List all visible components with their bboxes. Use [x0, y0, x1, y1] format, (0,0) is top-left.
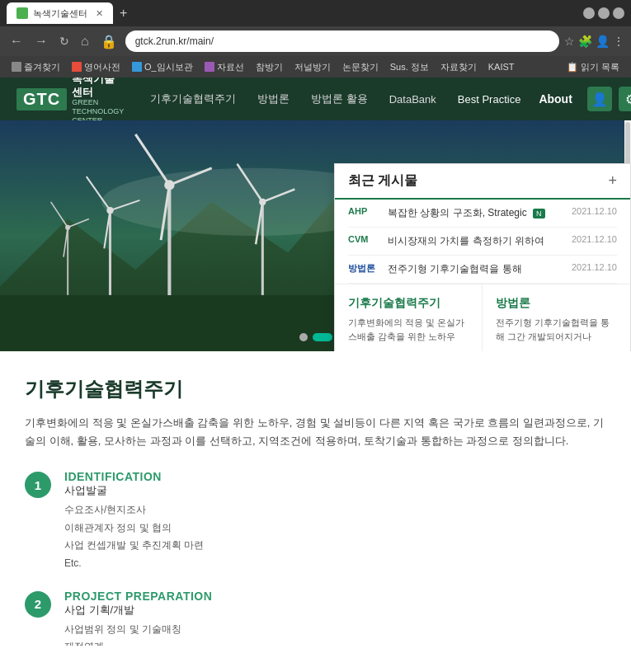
- bookmark-star-icon[interactable]: ☆: [564, 35, 575, 48]
- hero-dot-0[interactable]: [299, 333, 308, 341]
- address-input[interactable]: [125, 31, 559, 52]
- bookmark-item-7[interactable]: Sus. 정보: [385, 59, 434, 75]
- bookmark-item-9[interactable]: KAIST: [483, 60, 520, 73]
- logo-gtc-text: GTC: [16, 88, 67, 110]
- bookmark-item-6[interactable]: 논문찾기: [337, 59, 384, 75]
- bookmark-item-4[interactable]: 참방기: [251, 59, 288, 75]
- main-content: 기후기술협력주기 기후변화에의 적응 및 온실가스배출 감축을 위한 노하우, …: [0, 351, 631, 646]
- logo-name: 녹색기술센터 GREEN TECHNOLOGY CENTER: [72, 78, 124, 125]
- step-1-subtitle: 사업발굴: [64, 483, 606, 498]
- popup-text-1: 비시장재의 가치를 측정하기 위하여: [388, 234, 565, 248]
- bookmark-favicon: [205, 62, 214, 72]
- bookmark-favicon: [12, 62, 21, 72]
- popup-add-button[interactable]: +: [608, 172, 617, 190]
- address-bar-icons: ☆ 🧩 👤 ⋮: [564, 35, 624, 48]
- popup-tag-1: CVM: [348, 234, 381, 244]
- back-button[interactable]: ←: [7, 32, 26, 50]
- section-title: 기후기술협력주기: [25, 376, 606, 402]
- hero-carousel-dots: [299, 333, 332, 341]
- popup-date-1: 2021.12.10: [572, 234, 617, 244]
- home-button[interactable]: ⌂: [78, 32, 92, 50]
- bookmarks-bar: 즐겨찾기 영어사전 O_임시보관 자료선 참방기 저널방기 논문찾기 Sus. …: [0, 56, 631, 78]
- bookmark-favicon: [132, 62, 142, 72]
- reading-list-item[interactable]: 📋 읽기 목록: [562, 59, 624, 75]
- site-logo[interactable]: GTC 녹색기술센터 GREEN TECHNOLOGY CENTER: [16, 78, 124, 125]
- bookmark-item-5[interactable]: 저널방기: [290, 59, 336, 75]
- website: GTC 녹색기술센터 GREEN TECHNOLOGY CENTER 기후기술협…: [0, 78, 631, 646]
- bookmark-label: O_임시보관: [144, 61, 193, 73]
- minimize-button[interactable]: [583, 7, 595, 19]
- nav-item-3[interactable]: DataBank: [379, 88, 446, 110]
- browser-chrome: 녹색기술센터 ✕ + ← → ↻ ⌂ 🔒 ☆ 🧩 👤 ⋮ 즐겨찾기: [0, 0, 631, 78]
- popup-list-item-1[interactable]: CVM 비시장재의 가치를 측정하기 위하여 2021.12.10: [348, 228, 617, 256]
- popup-card-1[interactable]: 기후기술협력주기 기후변화에의 적응 및 온실가스배출 감축을 위한 노하우: [335, 284, 483, 351]
- bookmark-item-8[interactable]: 자료찾기: [436, 59, 482, 75]
- browser-tab-active[interactable]: 녹색기술센터 ✕: [7, 2, 113, 24]
- browser-tabs: 녹색기술센터 ✕ +: [7, 2, 577, 24]
- step-1-items: 수요조사/현지조사 이해관계자 정의 및 협의 사업 컨셉개발 및 추진계획 마…: [64, 501, 606, 572]
- step-2-items: 사업범위 정의 및 기술매칭 재정연계 타당성 조사 Etc.: [64, 621, 606, 646]
- step-1-number: 1: [25, 472, 51, 498]
- window-controls: [583, 7, 624, 19]
- tab-favicon: [16, 7, 28, 19]
- popup-tag-2: 방법론: [348, 262, 381, 275]
- popup-cards: 기후기술협력주기 기후변화에의 적응 및 온실가스배출 감축을 위한 노하우 방…: [335, 284, 630, 351]
- reload-button[interactable]: ↻: [56, 33, 73, 49]
- hero-dot-1[interactable]: [313, 333, 332, 341]
- popup-list-item-0[interactable]: AHP 복잡한 상황의 구조화, Strategic N 2021.12.10: [348, 200, 617, 228]
- nav-item-4[interactable]: Best Practice: [448, 88, 531, 110]
- nav-settings-button[interactable]: ⚙: [619, 87, 631, 111]
- popup-card-1-desc: 기후변화에의 적응 및 온실가스배출 감축을 위한 노하우: [348, 316, 469, 343]
- step-2-subtitle: 사업 기획/개발: [64, 603, 606, 618]
- popup-title: 최근 게시물: [348, 172, 417, 190]
- section-description: 기후변화에의 적응 및 온실가스배출 감축을 위한 노하우, 경험 및 설비등이…: [25, 414, 606, 450]
- security-icon: 🔒: [97, 32, 120, 51]
- popup-card-1-title: 기후기술협력주기: [348, 296, 469, 311]
- forward-button[interactable]: →: [31, 32, 51, 50]
- nav-right: About 👤 ⚙: [530, 87, 631, 111]
- maximize-button[interactable]: [598, 7, 610, 19]
- bookmark-label: 저널방기: [294, 61, 331, 73]
- nav-item-2[interactable]: 방법론 활용: [301, 87, 378, 111]
- bookmark-label: 즐겨찾기: [24, 61, 60, 73]
- site-navigation: GTC 녹색기술센터 GREEN TECHNOLOGY CENTER 기후기술협…: [0, 78, 631, 120]
- step-2-title: PROJECT PREPARATION: [64, 590, 606, 603]
- popup-date-2: 2021.12.10: [572, 262, 617, 272]
- nav-items: 기후기술협력주기 방법론 방법론 활용 DataBank Best Practi…: [140, 87, 530, 111]
- bookmark-item-0[interactable]: 즐겨찾기: [7, 59, 65, 75]
- bookmark-label: 논문찾기: [342, 61, 379, 73]
- nav-about[interactable]: About: [530, 87, 580, 110]
- tab-close-button[interactable]: ✕: [96, 8, 103, 19]
- nav-item-1[interactable]: 방법론: [247, 87, 299, 111]
- step-2: 2 PROJECT PREPARATION 사업 기획/개발 사업범위 정의 및…: [25, 590, 606, 646]
- popup-card-2-title: 방법론: [496, 296, 617, 311]
- bookmark-label: 자료찾기: [440, 61, 477, 73]
- new-tab-button[interactable]: +: [113, 2, 134, 24]
- profile-icon[interactable]: 👤: [596, 35, 610, 48]
- menu-icon[interactable]: ⋮: [613, 35, 624, 48]
- close-button[interactable]: [613, 7, 624, 19]
- popup-list: AHP 복잡한 상황의 구조화, Strategic N 2021.12.10 …: [335, 200, 630, 284]
- bookmark-item-3[interactable]: 자료선: [200, 59, 249, 75]
- popup-card-2[interactable]: 방법론 전주기형 기후기술협력을 통해 그간 개발되어지거나: [483, 284, 630, 351]
- bookmark-label: 자료선: [217, 61, 244, 73]
- bookmark-label: 참방기: [256, 61, 283, 73]
- popup-text-0: 복잡한 상황의 구조화, Strategic N: [388, 206, 565, 220]
- popup-header: 최근 게시물 +: [335, 164, 630, 200]
- step-2-content: PROJECT PREPARATION 사업 기획/개발 사업범위 정의 및 기…: [64, 590, 606, 646]
- step-2-number: 2: [25, 591, 51, 618]
- recent-posts-popup: 최근 게시물 + AHP 복잡한 상황의 구조화, Strategic N 20…: [334, 163, 631, 351]
- bookmark-label: Sus. 정보: [390, 61, 429, 73]
- reading-list-label: 읽기 목록: [581, 61, 619, 73]
- nav-user-button[interactable]: 👤: [587, 87, 612, 111]
- nav-item-0[interactable]: 기후기술협력주기: [140, 87, 246, 111]
- popup-list-item-2[interactable]: 방법론 전주기형 기후기술협력을 통해 2021.12.10: [348, 256, 617, 284]
- bookmark-favicon: [72, 62, 82, 72]
- bookmark-item-1[interactable]: 영어사전: [67, 59, 125, 75]
- bookmark-item-2[interactable]: O_임시보관: [127, 59, 198, 75]
- browser-title-bar: 녹색기술센터 ✕ +: [0, 0, 631, 26]
- new-badge: N: [533, 209, 545, 219]
- extensions-icon[interactable]: 🧩: [578, 35, 592, 48]
- step-1-title: IDENTIFICATION: [64, 470, 606, 483]
- bookmark-label: 영어사전: [84, 61, 120, 73]
